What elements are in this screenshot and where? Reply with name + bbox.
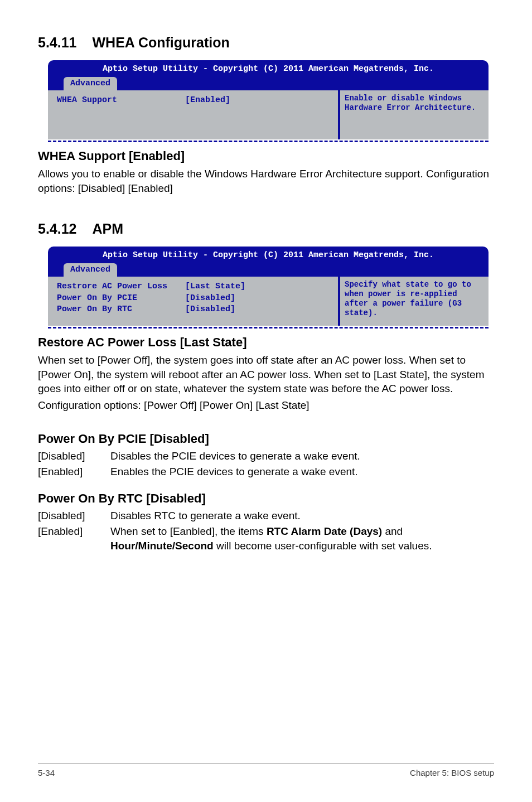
option-text: and <box>382 525 403 537</box>
bios-panel-2: Aptio Setup Utility - Copyright (C) 2011… <box>48 247 494 326</box>
bios-body: WHEA Support [Enabled] Enable or disable… <box>48 90 489 139</box>
section-title-1: WHEA Configuration <box>93 35 230 50</box>
bios-row: WHEA Support [Enabled] <box>57 95 332 106</box>
bios-header: Aptio Setup Utility - Copyright (C) 2011… <box>48 247 489 261</box>
paragraph: Configuration options: [Power Off] [Powe… <box>38 398 494 413</box>
option-value: Disables RTC to generate a wake event. <box>110 509 494 523</box>
bios-row-value: [Last State] <box>185 281 245 292</box>
option-text: will become user-configurable with set v… <box>214 540 432 552</box>
option-row: [Disabled] Disables RTC to generate a wa… <box>38 509 494 523</box>
subheading-whea-support: WHEA Support [Enabled] <box>38 148 494 165</box>
bios-row-value: [Disabled] <box>185 304 235 315</box>
bios-tab-advanced: Advanced <box>64 77 117 90</box>
bios-row: Power On By RTC [Disabled] <box>57 304 332 315</box>
section-number-2: 5.4.12 <box>38 220 77 239</box>
bios-help-pane: Specify what state to go to when power i… <box>338 277 489 326</box>
bios-left-pane: WHEA Support [Enabled] <box>48 90 338 139</box>
bios-left-pane: Restrore AC Power Loss [Last State] Powe… <box>48 277 338 326</box>
bios-panel-1: Aptio Setup Utility - Copyright (C) 2011… <box>48 60 494 140</box>
bios-row: Power On By PCIE [Disabled] <box>57 293 332 304</box>
option-row: [Enabled] Enables the PCIE devices to ge… <box>38 465 494 479</box>
option-bold: Hour/Minute/Second <box>110 540 214 552</box>
option-key: [Enabled] <box>38 524 110 553</box>
page-footer: 5-34 Chapter 5: BIOS setup <box>38 764 494 779</box>
section-heading-1: 5.4.11WHEA Configuration <box>38 33 494 52</box>
bios-box: Aptio Setup Utility - Copyright (C) 2011… <box>48 247 489 326</box>
bios-row-value: [Disabled] <box>185 293 235 304</box>
bios-box: Aptio Setup Utility - Copyright (C) 2011… <box>48 60 489 140</box>
bios-header: Aptio Setup Utility - Copyright (C) 2011… <box>48 60 489 75</box>
page-number: 5-34 <box>38 767 55 779</box>
option-value: Enables the PCIE devices to generate a w… <box>110 465 494 479</box>
bios-row-label: Power On By PCIE <box>57 293 185 304</box>
option-key: [Enabled] <box>38 465 110 479</box>
option-row: [Disabled] Disables the PCIE devices to … <box>38 449 494 463</box>
bios-body: Restrore AC Power Loss [Last State] Powe… <box>48 277 489 326</box>
bios-row-label: Restrore AC Power Loss <box>57 281 185 292</box>
paragraph: Allows you to enable or disable the Wind… <box>38 167 494 195</box>
bios-dash-separator <box>48 141 489 142</box>
option-key: [Disabled] <box>38 449 110 463</box>
option-bold: RTC Alarm Date (Days) <box>267 525 382 537</box>
option-value: When set to [Eanbled], the items RTC Ala… <box>110 524 494 553</box>
section-number-1: 5.4.11 <box>38 33 77 52</box>
bios-row-value: [Enabled] <box>185 95 230 106</box>
section-title-2: APM <box>93 221 124 236</box>
bios-row-label: WHEA Support <box>57 95 185 106</box>
option-value: Disables the PCIE devices to generate a … <box>110 449 494 463</box>
paragraph: When set to [Power Off], the system goes… <box>38 353 494 396</box>
option-row: [Enabled] When set to [Eanbled], the ite… <box>38 524 494 553</box>
bios-help-pane: Enable or disable Windows Hardware Error… <box>338 90 489 139</box>
chapter-label: Chapter 5: BIOS setup <box>410 767 494 779</box>
bios-dash-separator <box>48 327 489 328</box>
bios-tab-advanced: Advanced <box>64 263 117 277</box>
section-heading-2: 5.4.12APM <box>38 220 494 239</box>
subheading-restore-ac: Restore AC Power Loss [Last State] <box>38 334 494 351</box>
bios-row-label: Power On By RTC <box>57 304 185 315</box>
subheading-power-rtc: Power On By RTC [Disabled] <box>38 490 494 507</box>
bios-tab-row: Advanced <box>48 261 489 277</box>
option-text: When set to [Eanbled], the items <box>110 525 267 537</box>
bios-tab-row: Advanced <box>48 75 489 90</box>
subheading-power-pcie: Power On By PCIE [Disabled] <box>38 431 494 447</box>
option-key: [Disabled] <box>38 509 110 523</box>
bios-row: Restrore AC Power Loss [Last State] <box>57 281 332 292</box>
